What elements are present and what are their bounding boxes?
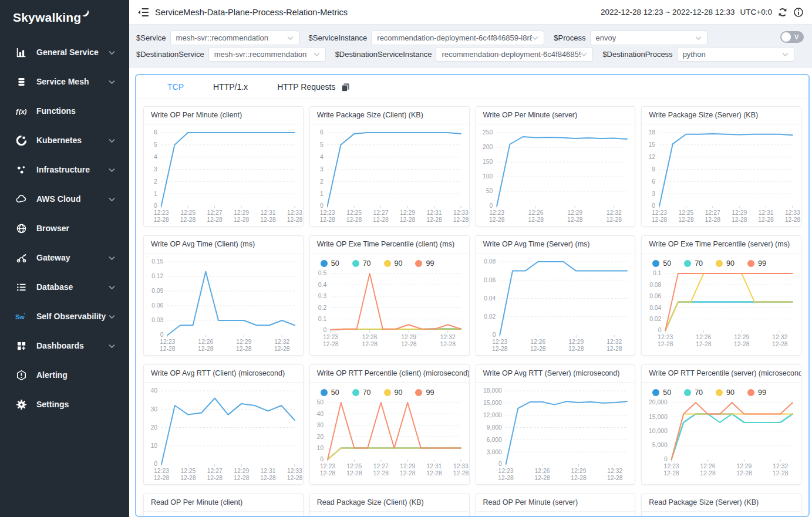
logo-text: Skywalking [13, 11, 81, 25]
filter-select-destinationserviceinstance[interactable]: recommendation-deployment-6c4f846859-l8r… [436, 47, 593, 62]
svg-text:12:32: 12:32 [607, 468, 622, 474]
time-range[interactable]: 2022-12-28 12:23 ~ 2022-12-28 12:33 [601, 8, 735, 16]
main-area: ServiceMesh-Data-Plane-Process-Relation-… [129, 0, 812, 517]
chart-plot: 01012:2312-2812:2512-2812:2712-2812:2912… [144, 512, 303, 516]
legend-item-50[interactable]: 50 [321, 388, 339, 397]
svg-text:12:29: 12:29 [737, 463, 752, 469]
sidebar-item-service-mesh[interactable]: Service Mesh [0, 67, 129, 96]
sidebar-item-infrastructure[interactable]: Infrastructure [0, 155, 129, 184]
svg-text:12:26: 12:26 [530, 339, 545, 345]
legend-item-99[interactable]: 99 [415, 259, 434, 268]
chart-plot: 00.030.060.090.120.1512:2312-2812:2612-2… [144, 254, 303, 355]
tab-http-requests[interactable]: HTTP Requests [262, 75, 365, 99]
filter-select-serviceinstance[interactable]: recommendation-deployment-6c4f846859-l8r… [371, 31, 544, 45]
filter-select-process[interactable]: envoy [590, 31, 707, 45]
chart-write-op-per-minute-server: Write OP Per Minute (server)050100150200… [476, 106, 636, 227]
svg-text:3: 3 [652, 191, 656, 197]
infrastructure-icon [15, 164, 27, 175]
select-chevron-icon [314, 50, 320, 59]
sidebar-item-dashboards[interactable]: Dashboards [0, 331, 129, 360]
legend-item-50[interactable]: 50 [321, 259, 339, 268]
refresh-icon[interactable] [777, 7, 788, 18]
svg-text:30: 30 [316, 422, 324, 428]
select-chevron-icon [782, 50, 789, 59]
legend-item-99[interactable]: 99 [747, 259, 766, 268]
chart-title: Write OP RTT Percentile (server) (micros… [642, 365, 801, 383]
sidebar-item-self-observability[interactable]: SwSelf Observability [0, 302, 129, 331]
chart-read-package-size-server-kb: Read Package Size (Server) (KB)01212:231… [641, 494, 801, 516]
select-chevron-icon [695, 33, 702, 42]
filter-bar: $Servicemesh-svr::recommendation$Service… [129, 24, 812, 68]
svg-text:12:29: 12:29 [236, 339, 251, 345]
svg-text:12-28: 12-28 [362, 341, 378, 347]
sidebar-item-functions[interactable]: ƒ(x)Functions [0, 96, 129, 126]
svg-text:12-28: 12-28 [530, 346, 546, 352]
svg-text:12:31: 12:31 [426, 209, 442, 216]
bar-chart-icon [15, 46, 27, 58]
svg-text:12:32: 12:32 [440, 334, 456, 340]
legend-item-90[interactable]: 90 [716, 259, 734, 268]
sidebar-item-aws-cloud[interactable]: AWS Cloud [0, 184, 129, 214]
tab-http-1-x[interactable]: HTTP/1.x [198, 75, 262, 99]
svg-text:12-28: 12-28 [705, 217, 721, 223]
legend-item-90[interactable]: 90 [384, 259, 403, 268]
sidebar-item-kubernetes[interactable]: Kubernetes [0, 126, 129, 155]
info-icon[interactable] [793, 7, 804, 18]
chart-plot-wrap: 03,0006,0009,00012,00015,00018,00012:231… [476, 383, 635, 485]
filter-label-destinationserviceinstance: $DestinationServiceInstance [335, 50, 432, 59]
skywalking-logo[interactable]: Skywalking [0, 0, 129, 38]
alerting-icon [15, 369, 27, 381]
menu-fold-icon[interactable] [137, 7, 149, 18]
svg-text:12-28: 12-28 [528, 217, 544, 223]
globe-icon [15, 222, 27, 234]
chart-plot: 05,00010,00015,00020,00012:2312-2812:261… [642, 397, 801, 479]
svg-text:0.04: 0.04 [484, 295, 496, 302]
value-toggle[interactable]: V [780, 31, 804, 43]
svg-text:12:27: 12:27 [207, 209, 223, 216]
svg-text:0.08: 0.08 [484, 258, 496, 265]
tab-bar: TCPHTTP/1.xHTTP Requests [136, 75, 808, 99]
svg-text:1: 1 [154, 191, 157, 197]
sidebar-item-label: Dashboards [36, 341, 109, 350]
svg-text:12-28: 12-28 [607, 346, 622, 352]
app-root: Skywalking General ServiceService Meshƒ(… [0, 0, 812, 517]
svg-text:0.1: 0.1 [653, 270, 662, 276]
filter-select-destinationprocess[interactable]: python [677, 47, 794, 62]
svg-text:12:29: 12:29 [568, 339, 584, 345]
chart-plot: 012345612:2312-2812:2512-2812:2712-2812:… [310, 124, 469, 226]
legend-item-90[interactable]: 90 [384, 388, 403, 397]
sidebar-item-general-service[interactable]: General Service [0, 38, 129, 67]
legend-item-70[interactable]: 70 [352, 388, 371, 397]
svg-text:12-28: 12-28 [260, 475, 276, 481]
sidebar-item-browser[interactable]: Browser [0, 214, 129, 243]
chart-plot-wrap: 05,00010,00015,00020,00012:2312-2812:261… [642, 397, 801, 482]
filter-select-service[interactable]: mesh-svr::recommendation [170, 31, 299, 45]
svg-text:12:33: 12:33 [453, 209, 469, 216]
svg-text:50: 50 [316, 399, 324, 406]
svg-text:0.1: 0.1 [318, 316, 327, 322]
filter-select-destinationservice[interactable]: mesh-svr::recommendation [208, 47, 326, 62]
sidebar-item-database[interactable]: Database [0, 272, 129, 302]
svg-text:0: 0 [154, 202, 157, 209]
chart-plot: 05010015020025012:2312-2812:2612-2812:29… [476, 124, 635, 226]
svg-text:12-28: 12-28 [400, 470, 416, 477]
tab-tcp[interactable]: TCP [153, 75, 198, 99]
sidebar-item-settings[interactable]: Settings [0, 390, 129, 419]
svg-text:6: 6 [320, 129, 324, 136]
sidebar-item-alerting[interactable]: Alerting [0, 360, 129, 390]
sidebar-item-gateway[interactable]: Gateway [0, 243, 129, 272]
svg-text:9: 9 [652, 166, 656, 173]
legend-item-99[interactable]: 99 [747, 388, 766, 397]
legend-item-99[interactable]: 99 [415, 388, 434, 397]
chart-plot: 036912151812:2312-2812:2512-2812:2712-28… [642, 124, 801, 226]
legend-item-70[interactable]: 70 [684, 259, 703, 268]
layers-icon [15, 76, 27, 87]
legend-item-50[interactable]: 50 [652, 388, 671, 397]
legend-item-70[interactable]: 70 [684, 388, 703, 397]
sidebar: Skywalking General ServiceService Meshƒ(… [0, 0, 129, 517]
legend-item-90[interactable]: 90 [716, 388, 734, 397]
legend-item-70[interactable]: 70 [352, 259, 371, 268]
chart-title: Read OP Per Minute (client) [144, 494, 303, 512]
legend-item-50[interactable]: 50 [652, 259, 671, 268]
svg-text:250: 250 [482, 129, 492, 136]
